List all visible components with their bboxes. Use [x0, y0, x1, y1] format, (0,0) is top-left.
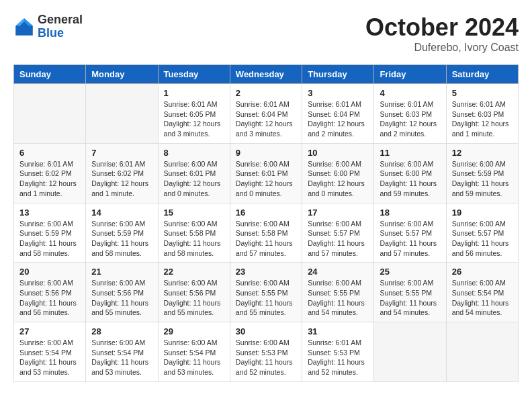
day-number: 2	[236, 88, 296, 98]
day-info: Sunrise: 6:00 AMSunset: 6:00 PMDaylight:…	[308, 159, 368, 199]
day-info: Sunrise: 6:00 AMSunset: 5:58 PMDaylight:…	[236, 219, 296, 259]
calendar-cell: 9Sunrise: 6:00 AMSunset: 6:01 PMDaylight…	[230, 143, 302, 203]
day-info: Sunrise: 6:00 AMSunset: 6:01 PMDaylight:…	[236, 159, 296, 199]
day-number: 19	[452, 208, 513, 218]
day-info: Sunrise: 6:00 AMSunset: 5:54 PMDaylight:…	[19, 338, 80, 377]
page-header: General Blue October 2024 Duferebo, Ivor…	[13, 13, 519, 54]
calendar-week-3: 13Sunrise: 6:00 AMSunset: 5:59 PMDayligh…	[14, 203, 519, 263]
day-number: 1	[164, 88, 224, 98]
calendar-cell: 23Sunrise: 6:00 AMSunset: 5:55 PMDayligh…	[230, 263, 302, 322]
calendar-cell: 19Sunrise: 6:00 AMSunset: 5:57 PMDayligh…	[446, 203, 518, 263]
day-info: Sunrise: 6:00 AMSunset: 6:00 PMDaylight:…	[380, 159, 440, 199]
day-number: 13	[19, 208, 80, 218]
calendar-cell: 24Sunrise: 6:00 AMSunset: 5:55 PMDayligh…	[302, 263, 374, 322]
calendar-cell: 29Sunrise: 6:00 AMSunset: 5:54 PMDayligh…	[158, 322, 230, 382]
day-number: 8	[164, 148, 224, 158]
day-number: 18	[380, 208, 440, 218]
calendar-cell	[86, 84, 158, 144]
day-number: 12	[452, 148, 513, 158]
day-info: Sunrise: 6:00 AMSunset: 5:55 PMDaylight:…	[236, 278, 296, 318]
day-number: 24	[308, 267, 368, 277]
calendar-week-4: 20Sunrise: 6:00 AMSunset: 5:56 PMDayligh…	[14, 263, 519, 322]
calendar-cell: 8Sunrise: 6:00 AMSunset: 6:01 PMDaylight…	[158, 143, 230, 203]
day-info: Sunrise: 6:00 AMSunset: 5:58 PMDaylight:…	[164, 219, 224, 259]
day-header-monday: Monday	[86, 65, 158, 84]
calendar-cell: 31Sunrise: 6:01 AMSunset: 5:53 PMDayligh…	[302, 322, 374, 382]
day-number: 7	[91, 148, 152, 158]
calendar-title: October 2024	[365, 13, 519, 42]
calendar-cell: 3Sunrise: 6:01 AMSunset: 6:04 PMDaylight…	[302, 84, 374, 144]
calendar-cell: 28Sunrise: 6:00 AMSunset: 5:54 PMDayligh…	[86, 322, 158, 382]
day-info: Sunrise: 6:00 AMSunset: 5:57 PMDaylight:…	[380, 219, 440, 259]
day-header-sunday: Sunday	[14, 65, 86, 84]
day-number: 27	[19, 326, 80, 336]
day-number: 30	[236, 326, 296, 336]
logo-icon	[13, 16, 35, 38]
day-info: Sunrise: 6:00 AMSunset: 5:59 PMDaylight:…	[19, 219, 80, 259]
day-info: Sunrise: 6:00 AMSunset: 5:55 PMDaylight:…	[308, 278, 368, 318]
day-info: Sunrise: 6:00 AMSunset: 5:54 PMDaylight:…	[91, 338, 152, 377]
calendar-header: SundayMondayTuesdayWednesdayThursdayFrid…	[14, 65, 519, 84]
calendar-cell: 13Sunrise: 6:00 AMSunset: 5:59 PMDayligh…	[14, 203, 86, 263]
calendar-cell: 1Sunrise: 6:01 AMSunset: 6:05 PMDaylight…	[158, 84, 230, 144]
day-header-friday: Friday	[374, 65, 446, 84]
calendar-cell: 10Sunrise: 6:00 AMSunset: 6:00 PMDayligh…	[302, 143, 374, 203]
calendar-week-1: 1Sunrise: 6:01 AMSunset: 6:05 PMDaylight…	[14, 84, 519, 144]
calendar-cell: 25Sunrise: 6:00 AMSunset: 5:55 PMDayligh…	[374, 263, 446, 322]
calendar-cell: 4Sunrise: 6:01 AMSunset: 6:03 PMDaylight…	[374, 84, 446, 144]
days-of-week-row: SundayMondayTuesdayWednesdayThursdayFrid…	[14, 65, 519, 84]
calendar-cell: 22Sunrise: 6:00 AMSunset: 5:56 PMDayligh…	[158, 263, 230, 322]
day-info: Sunrise: 6:00 AMSunset: 5:54 PMDaylight:…	[164, 338, 224, 377]
day-header-thursday: Thursday	[302, 65, 374, 84]
calendar-table: SundayMondayTuesdayWednesdayThursdayFrid…	[13, 64, 519, 382]
day-info: Sunrise: 6:00 AMSunset: 5:54 PMDaylight:…	[452, 278, 513, 318]
calendar-cell: 21Sunrise: 6:00 AMSunset: 5:56 PMDayligh…	[86, 263, 158, 322]
day-number: 11	[380, 148, 440, 158]
day-header-saturday: Saturday	[446, 65, 518, 84]
calendar-cell: 18Sunrise: 6:00 AMSunset: 5:57 PMDayligh…	[374, 203, 446, 263]
day-number: 20	[19, 267, 80, 277]
calendar-cell	[446, 322, 518, 382]
day-info: Sunrise: 6:00 AMSunset: 5:53 PMDaylight:…	[236, 338, 296, 377]
day-header-tuesday: Tuesday	[158, 65, 230, 84]
day-number: 16	[236, 208, 296, 218]
day-number: 10	[308, 148, 368, 158]
calendar-cell: 5Sunrise: 6:01 AMSunset: 6:03 PMDaylight…	[446, 84, 518, 144]
day-info: Sunrise: 6:00 AMSunset: 5:59 PMDaylight:…	[91, 219, 152, 259]
calendar-cell: 2Sunrise: 6:01 AMSunset: 6:04 PMDaylight…	[230, 84, 302, 144]
calendar-cell: 17Sunrise: 6:00 AMSunset: 5:57 PMDayligh…	[302, 203, 374, 263]
logo: General Blue	[13, 13, 83, 40]
day-number: 31	[308, 326, 368, 336]
day-info: Sunrise: 6:01 AMSunset: 6:04 PMDaylight:…	[236, 99, 296, 139]
day-number: 14	[91, 208, 152, 218]
day-number: 9	[236, 148, 296, 158]
day-info: Sunrise: 6:01 AMSunset: 6:04 PMDaylight:…	[308, 99, 368, 139]
day-number: 17	[308, 208, 368, 218]
calendar-cell: 12Sunrise: 6:00 AMSunset: 5:59 PMDayligh…	[446, 143, 518, 203]
day-number: 6	[19, 148, 80, 158]
day-header-wednesday: Wednesday	[230, 65, 302, 84]
calendar-cell	[14, 84, 86, 144]
calendar-subtitle: Duferebo, Ivory Coast	[365, 42, 519, 54]
logo-general: General	[38, 13, 83, 27]
day-info: Sunrise: 6:01 AMSunset: 6:03 PMDaylight:…	[452, 99, 513, 139]
title-block: October 2024 Duferebo, Ivory Coast	[365, 13, 519, 54]
day-info: Sunrise: 6:00 AMSunset: 5:56 PMDaylight:…	[91, 278, 152, 318]
day-number: 23	[236, 267, 296, 277]
day-info: Sunrise: 6:00 AMSunset: 5:59 PMDaylight:…	[452, 159, 513, 199]
calendar-cell: 15Sunrise: 6:00 AMSunset: 5:58 PMDayligh…	[158, 203, 230, 263]
day-number: 26	[452, 267, 513, 277]
calendar-cell: 20Sunrise: 6:00 AMSunset: 5:56 PMDayligh…	[14, 263, 86, 322]
day-number: 5	[452, 88, 513, 98]
day-info: Sunrise: 6:01 AMSunset: 6:02 PMDaylight:…	[19, 159, 80, 199]
day-number: 29	[164, 326, 224, 336]
calendar-cell: 26Sunrise: 6:00 AMSunset: 5:54 PMDayligh…	[446, 263, 518, 322]
day-info: Sunrise: 6:01 AMSunset: 6:02 PMDaylight:…	[91, 159, 152, 199]
day-info: Sunrise: 6:00 AMSunset: 6:01 PMDaylight:…	[164, 159, 224, 199]
calendar-cell: 14Sunrise: 6:00 AMSunset: 5:59 PMDayligh…	[86, 203, 158, 263]
day-number: 22	[164, 267, 224, 277]
calendar-cell: 11Sunrise: 6:00 AMSunset: 6:00 PMDayligh…	[374, 143, 446, 203]
day-number: 4	[380, 88, 440, 98]
calendar-week-5: 27Sunrise: 6:00 AMSunset: 5:54 PMDayligh…	[14, 322, 519, 382]
calendar-cell: 7Sunrise: 6:01 AMSunset: 6:02 PMDaylight…	[86, 143, 158, 203]
